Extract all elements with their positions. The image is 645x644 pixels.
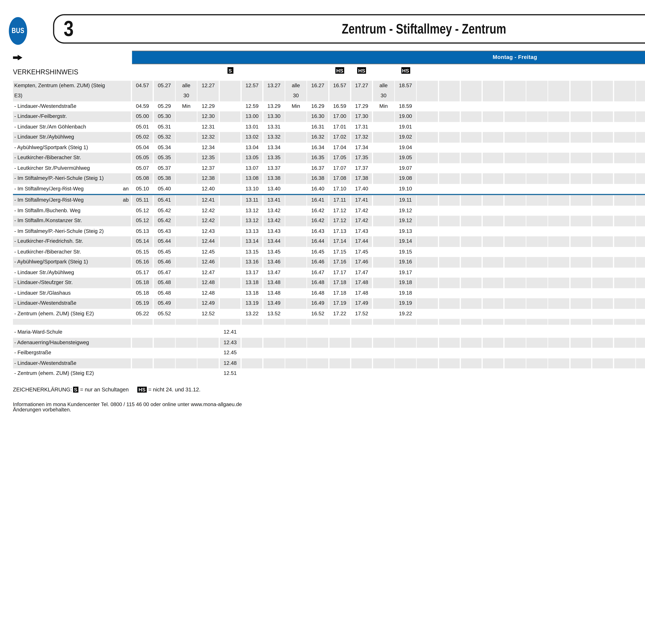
time-cell: 05.10	[132, 184, 153, 194]
time-cell	[373, 112, 394, 122]
time-cell: 17.38	[351, 173, 372, 184]
empty-cell	[439, 143, 460, 153]
station-cell: - Im Stiftalmey/P.-Neri-Schule (Steig 1)	[13, 173, 131, 184]
empty-cell	[614, 195, 635, 206]
empty-cell	[549, 309, 570, 319]
station-name: - Aybühlweg/Sportpark (Steig 1)	[14, 143, 88, 153]
time-cell: 19.11	[395, 195, 416, 206]
time-cell: 16.34	[307, 143, 328, 153]
empty-cell	[592, 267, 613, 278]
empty-cell	[439, 369, 460, 379]
time-cell: 13.29	[263, 101, 284, 112]
time-cell	[285, 298, 306, 309]
time-cell	[220, 195, 241, 206]
table-row: - Im Stiftalmey/P.-Neri-Schule (Steig 1)…	[13, 173, 645, 184]
station-cell: - Lindauer-/Westendstraße	[13, 101, 131, 112]
empty-cell	[614, 80, 635, 101]
station-cell: - Aybühlweg/Sportpark (Steig 1)	[13, 143, 131, 153]
station-name: - Lindauer Str./Glashaus	[14, 288, 71, 298]
time-cell: 18.57	[395, 80, 416, 101]
time-cell: 17.04	[329, 143, 350, 153]
empty-cell	[570, 288, 591, 298]
time-cell	[373, 348, 394, 358]
time-cell: 13.01	[241, 122, 262, 132]
empty-cell	[570, 112, 591, 122]
empty-cell	[592, 184, 613, 194]
empty-cell	[570, 132, 591, 143]
empty-cell	[504, 309, 525, 319]
empty-cell	[614, 143, 635, 153]
time-cell	[351, 319, 372, 325]
empty-cell	[461, 327, 482, 338]
time-cell	[285, 247, 306, 257]
time-cell	[285, 257, 306, 267]
time-cell	[220, 216, 241, 226]
empty-cell	[439, 112, 460, 122]
empty-cell	[614, 163, 635, 173]
empty-cell	[549, 338, 570, 348]
empty-cell	[549, 132, 570, 143]
empty-cell	[417, 348, 438, 358]
empty-cell	[592, 348, 613, 358]
empty-cell	[614, 122, 635, 132]
time-cell	[395, 369, 416, 379]
empty-cell	[461, 257, 482, 267]
time-cell	[176, 226, 197, 236]
empty-cell	[570, 247, 591, 257]
empty-cell	[483, 206, 504, 216]
empty-cell	[636, 184, 645, 194]
empty-cell	[483, 267, 504, 278]
empty-cell	[483, 278, 504, 288]
time-cell: 17.41	[351, 195, 372, 206]
time-cell: 13.34	[263, 143, 284, 153]
empty-cell	[526, 338, 548, 348]
time-cell: alle 30	[373, 80, 394, 101]
empty-cell	[417, 206, 438, 216]
empty-cell	[636, 80, 645, 101]
time-cell	[176, 257, 197, 267]
empty-cell	[504, 122, 525, 132]
info-line-1: Informationen im mona Kundencenter Tel. …	[13, 402, 242, 408]
empty-cell	[614, 206, 635, 216]
time-cell: 05.18	[132, 278, 153, 288]
time-cell	[220, 247, 241, 257]
station-name: - Im Stiftalmey/P.-Neri-Schule (Steig 1)	[14, 173, 104, 184]
station-name: - Feilbergstraße	[14, 348, 51, 358]
empty-cell	[549, 358, 570, 369]
time-cell	[263, 319, 284, 325]
station-cell: - Zentrum (ehem. ZUM) (Steig E2)	[13, 369, 131, 379]
time-cell: 17.18	[329, 288, 350, 298]
time-cell: 17.01	[329, 122, 350, 132]
empty-cell	[439, 216, 460, 226]
empty-cell	[439, 319, 460, 325]
time-cell	[285, 143, 306, 153]
time-cell: 16.59	[329, 101, 350, 112]
empty-cell	[592, 358, 613, 369]
time-cell	[220, 153, 241, 163]
station-name: - Im Stiftallmey/Jerg-Rist-Weg	[14, 195, 84, 206]
time-cell	[329, 319, 350, 325]
empty-cell	[636, 298, 645, 309]
time-cell	[373, 327, 394, 338]
time-cell: 17.22	[329, 309, 350, 319]
empty-cell	[461, 163, 482, 173]
empty-cell	[504, 247, 525, 257]
station-cell: - Lindauer Str./Aybühlweg	[13, 132, 131, 143]
empty-cell	[461, 195, 482, 206]
time-cell: 17.07	[329, 163, 350, 173]
time-cell	[307, 358, 328, 369]
time-cell: 05.14	[132, 236, 153, 247]
time-cell	[285, 358, 306, 369]
empty-cell	[614, 153, 635, 163]
empty-cell	[549, 80, 570, 101]
empty-cell	[636, 309, 645, 319]
direction-arrow-icon	[13, 54, 22, 60]
empty-cell	[570, 122, 591, 132]
empty-cell	[439, 267, 460, 278]
time-cell: 17.46	[351, 257, 372, 267]
table-row: - Leutkircher-/Friedrichsh. Str.05.1405.…	[13, 236, 645, 247]
empty-cell	[417, 288, 438, 298]
station-name: - Lindauer-/Westendstraße	[14, 358, 76, 369]
empty-cell	[417, 358, 438, 369]
empty-cell	[504, 216, 525, 226]
